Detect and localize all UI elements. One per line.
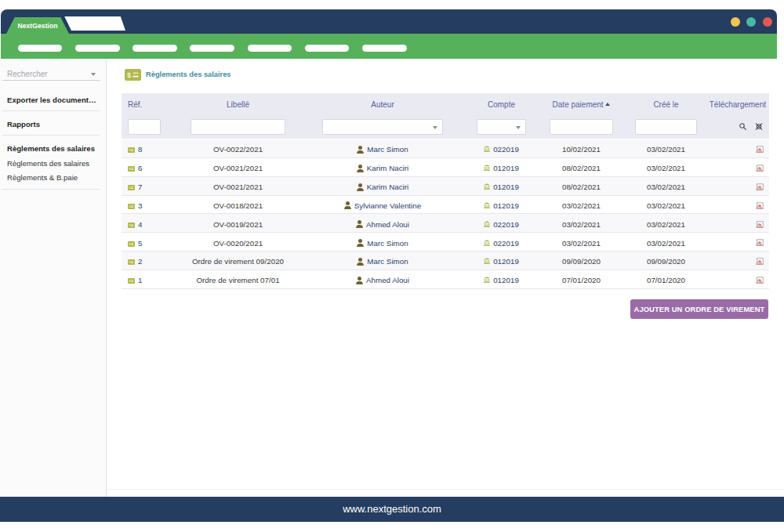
svg-text:$: $	[127, 71, 131, 79]
